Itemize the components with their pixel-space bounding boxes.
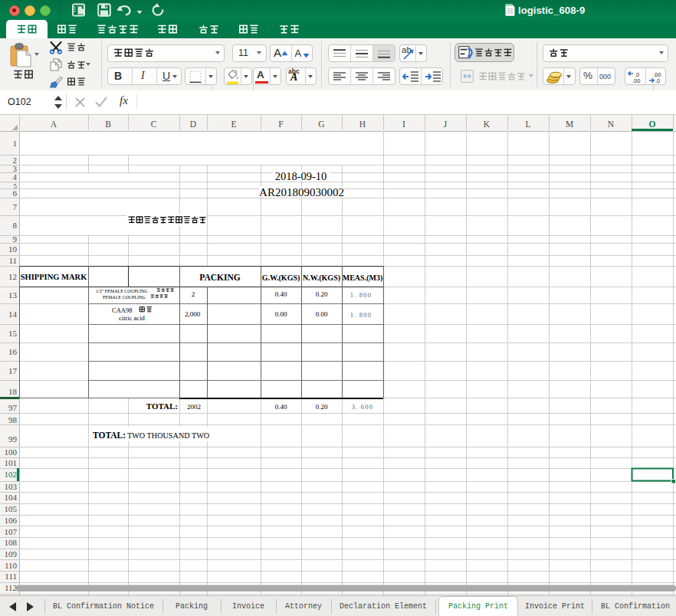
svg-text:K: K — [484, 120, 491, 129]
svg-text:0.40: 0.40 — [275, 403, 287, 411]
svg-text:0.40: 0.40 — [275, 290, 287, 298]
svg-text:1/2” FEMALE COUPLING: 1/2” FEMALE COUPLING — [96, 289, 148, 293]
svg-text:2: 2 — [192, 290, 195, 298]
svg-text:G: G — [318, 120, 324, 129]
svg-text:F: F — [278, 120, 283, 129]
svg-text:0.00: 0.00 — [316, 310, 328, 318]
svg-text:111: 111 — [5, 572, 17, 581]
svg-text:AR201809030002: AR201809030002 — [259, 186, 344, 198]
svg-text:112: 112 — [5, 583, 17, 592]
svg-text:N.W.(KGS): N.W.(KGS) — [303, 274, 340, 283]
svg-text:7: 7 — [13, 202, 18, 211]
svg-text:14: 14 — [8, 310, 18, 319]
svg-text:2: 2 — [13, 156, 18, 165]
svg-text:109: 109 — [5, 549, 18, 559]
svg-text:2002: 2002 — [187, 403, 201, 411]
svg-text:FEMALE COUPLING: FEMALE COUPLING — [103, 295, 146, 300]
svg-text:.00: .00 — [632, 77, 640, 84]
svg-text:99: 99 — [8, 434, 18, 444]
svg-text:PACKING: PACKING — [199, 273, 241, 282]
svg-text:CAA98: CAA98 — [112, 306, 132, 314]
svg-text:citric acid: citric acid — [119, 314, 145, 322]
svg-text:D: D — [190, 120, 196, 129]
svg-text:G.W.(KGS): G.W.(KGS) — [262, 274, 300, 283]
svg-text:TOTAL:: TOTAL: — [93, 431, 126, 440]
svg-text:12: 12 — [8, 272, 17, 281]
svg-text:0.00: 0.00 — [275, 310, 287, 318]
svg-text:13: 13 — [8, 290, 18, 300]
svg-text:I: I — [402, 120, 405, 129]
svg-text:0.20: 0.20 — [316, 290, 328, 298]
svg-text:O: O — [649, 120, 656, 129]
svg-text:108: 108 — [5, 538, 18, 547]
svg-text:15: 15 — [8, 329, 18, 338]
svg-text:1. 800: 1. 800 — [350, 291, 372, 299]
svg-text:9: 9 — [13, 234, 18, 244]
svg-text:3. 600: 3. 600 — [352, 403, 373, 411]
svg-text:TWO THOUSAND TWO: TWO THOUSAND TWO — [127, 431, 209, 440]
svg-text:16: 16 — [8, 347, 18, 356]
svg-text:A: A — [51, 120, 57, 129]
svg-text:TOTAL:: TOTAL: — [146, 401, 178, 411]
svg-text:97: 97 — [8, 403, 18, 412]
svg-text:107: 107 — [5, 527, 18, 536]
svg-text:2018-09-10: 2018-09-10 — [275, 170, 327, 182]
svg-text:.0: .0 — [655, 77, 660, 84]
svg-text:98: 98 — [8, 415, 18, 424]
svg-text:104: 104 — [5, 493, 18, 502]
svg-text:SHIPPING MARK: SHIPPING MARK — [21, 273, 87, 281]
svg-text:18: 18 — [8, 387, 18, 396]
svg-text:L: L — [525, 120, 530, 129]
svg-text:8: 8 — [13, 221, 18, 230]
svg-text:100: 100 — [5, 447, 18, 457]
svg-text:11: 11 — [8, 256, 17, 265]
svg-text:101: 101 — [5, 458, 18, 467]
svg-text:H: H — [359, 120, 366, 129]
svg-text:M: M — [566, 120, 573, 129]
svg-text:102: 102 — [5, 470, 18, 479]
svg-text:2,000: 2,000 — [185, 310, 201, 318]
svg-text:103: 103 — [5, 482, 18, 491]
svg-text:110: 110 — [5, 561, 18, 570]
svg-text:17: 17 — [8, 366, 18, 375]
svg-text:N: N — [608, 120, 615, 129]
svg-text:MEAS.(M3): MEAS.(M3) — [343, 274, 383, 283]
svg-text:105: 105 — [5, 504, 18, 513]
svg-text:B: B — [105, 120, 111, 129]
svg-text:C: C — [151, 120, 157, 129]
svg-text:1: 1 — [13, 139, 18, 148]
svg-text:106: 106 — [5, 516, 18, 525]
svg-text:10: 10 — [8, 244, 18, 254]
svg-text:J: J — [444, 120, 448, 129]
svg-text:6: 6 — [13, 188, 18, 198]
svg-text:4: 4 — [13, 172, 18, 182]
svg-text:E: E — [231, 120, 236, 129]
svg-text:0.20: 0.20 — [316, 403, 328, 411]
svg-text:1. 800: 1. 800 — [350, 311, 372, 319]
